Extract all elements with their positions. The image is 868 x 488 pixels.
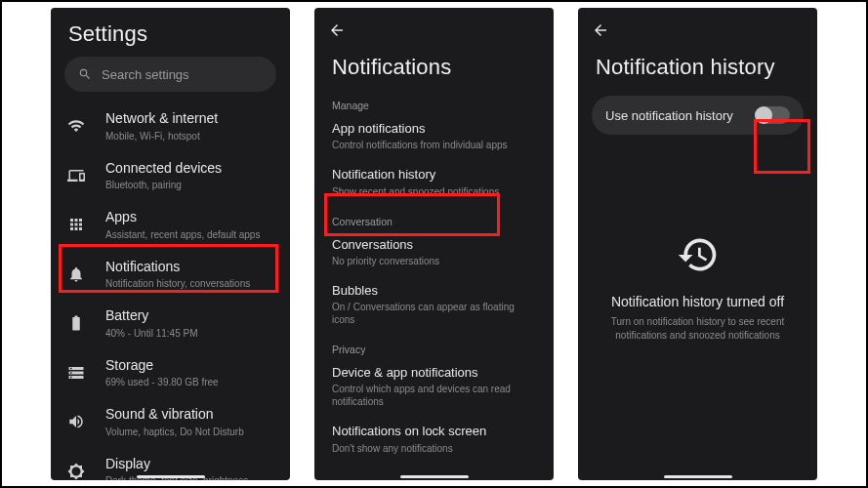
- search-placeholder: Search settings: [102, 67, 189, 82]
- item-conversations[interactable]: Conversations No priority conversations: [314, 229, 554, 275]
- item-sub: 69% used - 39.80 GB free: [105, 376, 276, 388]
- page-title: Notifications: [332, 55, 536, 80]
- item-sub: No priority conversations: [332, 255, 536, 267]
- toggle-switch[interactable]: [757, 106, 790, 124]
- item-sub: Show recent and snoozed notifications: [332, 185, 536, 198]
- item-label: Battery: [105, 307, 276, 325]
- item-battery[interactable]: Battery 40% - Until 11:45 PM: [51, 299, 290, 348]
- section-privacy: Privacy: [314, 334, 554, 357]
- use-history-row[interactable]: Use notification history: [592, 96, 804, 135]
- item-label: Storage: [105, 357, 276, 375]
- empty-state: Notification history turned off Turn on …: [578, 135, 817, 480]
- nav-pill[interactable]: [664, 475, 732, 478]
- item-apps[interactable]: Apps Assistant, recent apps, default app…: [51, 200, 290, 250]
- item-notifications[interactable]: Notifications Notification history, conv…: [51, 250, 290, 300]
- item-sound[interactable]: Sound & vibration Volume, haptics, Do No…: [51, 397, 290, 447]
- empty-title: Notification history turned off: [611, 294, 784, 309]
- item-label: Sound & vibration: [105, 406, 276, 424]
- notifications-list: Manage App notifications Control notific…: [314, 90, 554, 480]
- item-label: App notifications: [332, 121, 536, 137]
- item-sub: Assistant, recent apps, default apps: [105, 228, 276, 241]
- page-title: Settings: [68, 21, 272, 47]
- item-label: Notifications on lock screen: [332, 424, 536, 439]
- item-sub: Control notifications from individual ap…: [332, 139, 536, 151]
- notifications-screen: Notifications Manage App notifications C…: [314, 8, 554, 480]
- item-sub: Mobile, Wi-Fi, hotspot: [105, 130, 276, 142]
- item-sub: Notification history, conversations: [105, 277, 276, 290]
- item-sub: Don't show any notifications: [332, 442, 536, 455]
- item-label: Bubbles: [332, 283, 536, 299]
- item-label: Display: [105, 456, 276, 473]
- item-label: Device & app notifications: [332, 365, 536, 381]
- back-button[interactable]: [322, 16, 351, 45]
- bell-icon: [64, 263, 88, 286]
- search-icon: [78, 67, 92, 81]
- item-device-app-notifications[interactable]: Device & app notifications Control which…: [314, 357, 554, 416]
- notification-history-screen: Notification history Use notification hi…: [578, 8, 817, 480]
- brightness-icon: [64, 460, 88, 480]
- item-sub: Volume, haptics, Do Not Disturb: [105, 426, 276, 438]
- settings-root-screen: Settings Search settings Network & inter…: [51, 8, 290, 480]
- item-notification-history[interactable]: Notification history Show recent and sno…: [314, 159, 554, 205]
- item-label: Notification history: [332, 167, 536, 183]
- devices-icon: [64, 164, 88, 187]
- battery-icon: [64, 311, 88, 335]
- section-conversation: Conversation: [314, 206, 554, 229]
- item-label: Apps: [105, 209, 276, 226]
- settings-list: Network & internet Mobile, Wi-Fi, hotspo…: [51, 102, 290, 480]
- search-input[interactable]: Search settings: [64, 57, 276, 92]
- item-app-notifications[interactable]: App notifications Control notifications …: [314, 113, 554, 159]
- item-sub: Control which apps and devices can read …: [332, 383, 536, 408]
- item-label: Connected devices: [105, 160, 276, 178]
- apps-icon: [64, 213, 88, 236]
- item-lock-screen-notifications[interactable]: Notifications on lock screen Don't show …: [314, 416, 554, 462]
- page-title: Notification history: [596, 55, 800, 80]
- item-sub: On / Conversations can appear as floatin…: [332, 301, 536, 326]
- item-sub: 40% - Until 11:45 PM: [105, 327, 276, 340]
- item-storage[interactable]: Storage 69% used - 39.80 GB free: [51, 348, 290, 398]
- wifi-icon: [64, 114, 88, 138]
- storage-icon: [64, 361, 88, 385]
- item-label: Notifications: [105, 259, 276, 276]
- item-sub: Bluetooth, pairing: [105, 179, 276, 191]
- nav-pill[interactable]: [137, 475, 205, 478]
- item-bubbles[interactable]: Bubbles On / Conversations can appear as…: [314, 275, 554, 334]
- history-icon: [677, 233, 720, 276]
- toggle-label: Use notification history: [605, 108, 733, 123]
- item-label: Conversations: [332, 237, 536, 253]
- item-connected-devices[interactable]: Connected devices Bluetooth, pairing: [51, 151, 290, 201]
- item-label: Network & internet: [105, 110, 276, 128]
- item-network[interactable]: Network & internet Mobile, Wi-Fi, hotspo…: [51, 102, 290, 151]
- volume-icon: [64, 410, 88, 433]
- section-manage: Manage: [314, 90, 554, 113]
- nav-pill[interactable]: [400, 475, 469, 478]
- empty-text: Turn on notification history to see rece…: [601, 315, 794, 343]
- back-button[interactable]: [586, 16, 615, 45]
